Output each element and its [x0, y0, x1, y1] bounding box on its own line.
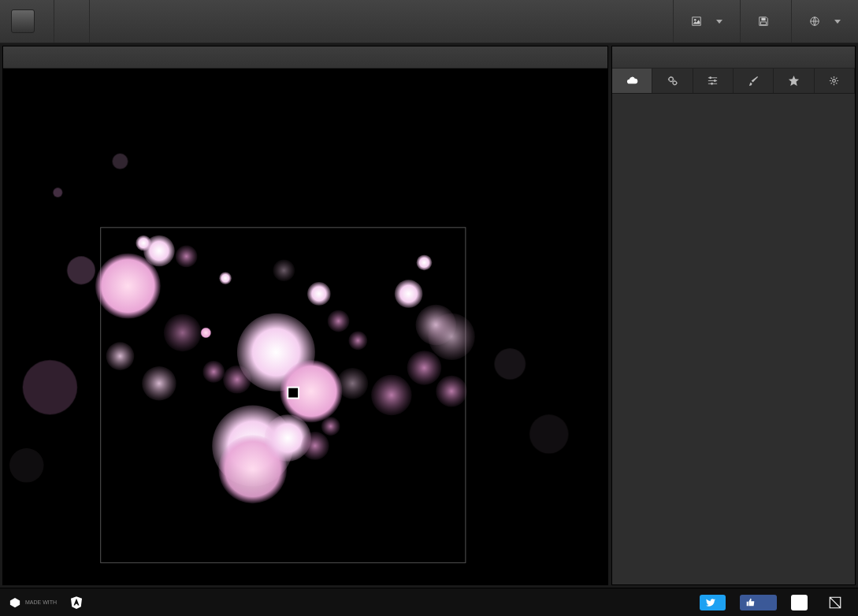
svg-point-6 [53, 187, 62, 197]
svg-point-17 [164, 314, 202, 352]
language-menu[interactable] [791, 0, 858, 43]
thumbs-up-icon [746, 598, 755, 607]
tab-params[interactable] [693, 69, 734, 93]
angular-link[interactable] [71, 596, 87, 609]
svg-point-36 [200, 327, 211, 338]
svg-point-35 [219, 272, 232, 284]
svg-point-25 [307, 282, 331, 306]
cloud-icon [626, 75, 638, 87]
tab-canvas[interactable] [815, 69, 855, 93]
svg-point-8 [529, 414, 568, 453]
twitter-icon [706, 598, 715, 607]
svg-point-46 [714, 80, 716, 82]
svg-point-38 [301, 432, 329, 460]
svg-point-29 [407, 351, 442, 385]
app-footer: MADE WITH [0, 588, 858, 616]
export-image-button[interactable] [673, 0, 740, 43]
tweet-button[interactable] [700, 595, 726, 610]
svg-point-4 [23, 360, 77, 414]
image-icon [691, 16, 702, 27]
svg-point-32 [395, 280, 423, 308]
svg-point-39 [321, 417, 340, 436]
svg-point-9 [9, 448, 44, 483]
globe-icon [809, 16, 820, 27]
svg-point-37 [136, 236, 151, 251]
svg-point-0 [694, 19, 696, 21]
cogs-icon [667, 75, 678, 87]
template-section-title [612, 94, 855, 113]
about-link[interactable] [54, 0, 90, 43]
save-params-button[interactable] [740, 0, 791, 43]
preview-panel-title [3, 46, 607, 69]
star-icon [788, 75, 800, 87]
ics-logo-icon [828, 596, 842, 610]
brand[interactable] [0, 0, 54, 43]
chevron-down-icon [834, 20, 841, 24]
svg-point-44 [673, 81, 677, 85]
svg-point-41 [273, 259, 295, 281]
svg-point-10 [113, 154, 128, 169]
svg-point-15 [106, 342, 135, 370]
chevron-down-icon [716, 20, 722, 24]
tab-templates[interactable] [612, 69, 652, 93]
tab-emitter[interactable] [652, 69, 693, 93]
svg-point-18 [202, 361, 225, 383]
gear-icon [828, 75, 840, 87]
svg-point-16 [142, 366, 176, 401]
settings-panel-title [612, 46, 855, 69]
svg-point-33 [417, 254, 433, 270]
brush-icon [748, 75, 760, 87]
settings-tabs [612, 69, 855, 94]
hatebu-button[interactable] [791, 595, 808, 610]
settings-panel [611, 46, 856, 585]
save-icon [758, 16, 769, 27]
tab-shape[interactable] [774, 69, 814, 93]
svg-point-7 [494, 348, 526, 380]
svg-point-30 [436, 376, 467, 407]
svg-rect-42 [288, 388, 299, 399]
svg-rect-2 [761, 22, 767, 25]
createjs-icon [9, 597, 20, 608]
svg-point-27 [337, 368, 369, 399]
svg-point-5 [67, 256, 95, 284]
preview-panel [2, 46, 608, 585]
tab-color[interactable] [734, 69, 774, 93]
createjs-link[interactable]: MADE WITH [9, 597, 57, 608]
svg-point-34 [428, 314, 474, 360]
svg-point-14 [176, 246, 198, 268]
app-logo-icon [11, 9, 35, 33]
svg-point-47 [711, 83, 713, 85]
svg-rect-1 [761, 18, 765, 21]
like-button[interactable] [740, 595, 777, 610]
svg-point-40 [348, 331, 367, 350]
particle-canvas[interactable] [3, 69, 607, 584]
svg-point-48 [833, 80, 836, 83]
svg-point-26 [328, 310, 350, 332]
svg-point-45 [710, 76, 712, 79]
svg-point-28 [371, 375, 411, 415]
angular-icon [71, 596, 82, 609]
sliders-icon [707, 75, 719, 87]
app-header [0, 0, 858, 43]
created-by[interactable] [822, 596, 849, 610]
